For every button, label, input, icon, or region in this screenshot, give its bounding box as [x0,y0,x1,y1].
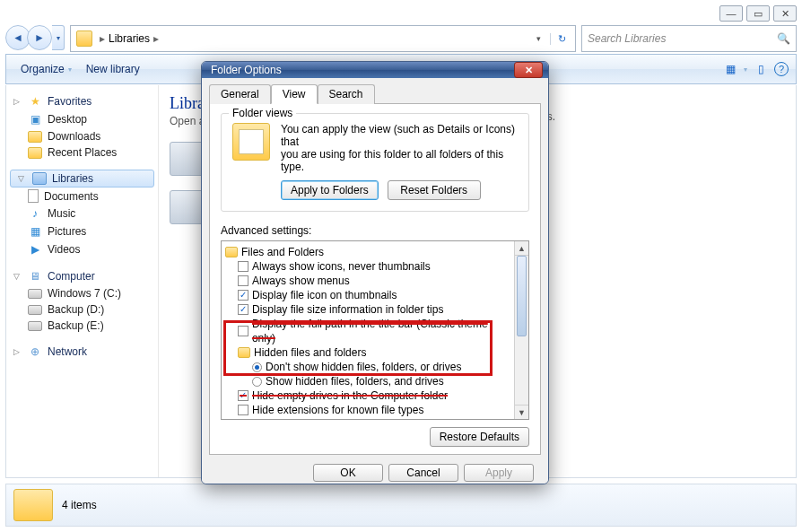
reset-folders-button[interactable]: Reset Folders [388,180,481,200]
tab-search[interactable]: Search [318,84,375,104]
radio-show-hidden[interactable]: Show hidden files, folders, and drives [225,374,512,388]
search-icon[interactable]: 🔍 [777,32,790,45]
option-hide-empty-drives[interactable]: ✓Hide empty drives in the Computer folde… [225,388,512,403]
sidebar-computer[interactable]: ▽ 🖥 Computer [6,267,158,285]
chevron-icon: ▽ [18,174,27,183]
chevron-down-icon: ▾ [68,65,72,74]
sidebar-item-drive-e[interactable]: Backup (E:) [6,318,158,334]
sidebar-item-documents[interactable]: Documents [6,188,158,205]
location-icon [76,31,92,47]
new-library-button[interactable]: New library [79,61,147,77]
checkbox[interactable] [238,261,248,272]
organize-menu[interactable]: Organize ▾ [13,61,79,77]
radio[interactable] [252,377,262,387]
pictures-icon: ▦ [28,224,42,239]
ok-button[interactable]: OK [313,464,383,482]
checkbox-checked[interactable]: ✓ [238,390,248,401]
breadcrumb-sep[interactable]: ▸ [150,32,162,45]
option-show-icons[interactable]: Always show icons, never thumbnails [225,259,512,274]
desktop-icon: ▣ [28,112,42,126]
sidebar-item-downloads[interactable]: Downloads [6,128,158,144]
refresh-button[interactable]: ↻ [550,33,573,45]
dialog-close-button[interactable]: ✕ [514,62,543,78]
advanced-settings-tree[interactable]: Files and Folders Always show icons, nev… [221,240,529,420]
chevron-icon: ▷ [13,347,22,356]
chevron-icon: ▽ [13,272,22,281]
sidebar-item-pictures[interactable]: ▦Pictures [6,222,158,240]
option-full-path-titlebar[interactable]: Display the full path in the title bar (… [225,317,512,345]
group-label: Folder views [229,107,296,119]
sidebar-item-drive-d[interactable]: Backup (D:) [6,301,158,318]
radio-selected[interactable] [252,362,262,372]
option-hide-extensions[interactable]: Hide extensions for known file types [225,403,512,417]
apply-button[interactable]: Apply [464,464,534,482]
star-icon: ★ [28,94,42,109]
dialog-titlebar[interactable]: Folder Options ✕ [202,62,548,78]
sidebar-libraries[interactable]: ▽ Libraries [10,170,154,188]
document-icon [28,189,39,203]
option-show-menus[interactable]: Always show menus [225,274,512,288]
preview-pane-button[interactable]: ▯ [753,61,769,77]
sidebar-label: Network [48,345,87,358]
chevron-icon: ▷ [13,97,22,106]
sidebar-favorites[interactable]: ▷ ★ Favorites [6,92,158,110]
cancel-button[interactable]: Cancel [388,464,458,482]
sidebar-item-desktop[interactable]: ▣Desktop [6,110,158,128]
sidebar-item-videos[interactable]: ▶Videos [6,240,158,258]
hidden-files-group: Hidden files and folders [225,345,512,360]
minimize-button[interactable]: — [719,5,743,22]
checkbox[interactable] [238,326,248,336]
sidebar-label: Computer [48,270,95,283]
window-controls: — ▭ ✕ [719,5,797,22]
breadcrumb-item[interactable]: Libraries [109,32,150,45]
breadcrumb-sep: ▸ [96,32,109,45]
nav-sidebar: ▷ ★ Favorites ▣Desktop Downloads Recent … [6,85,159,477]
forward-button[interactable]: ► [27,25,52,50]
folder-icon [28,147,42,159]
option-file-size-tips[interactable]: ✓Display file size information in folder… [225,302,512,317]
chevron-down-icon[interactable]: ▾ [744,65,747,74]
search-placeholder: Search Libraries [588,32,666,45]
address-bar[interactable]: ▸ Libraries ▸ ▾ ↻ [70,25,576,52]
status-bar: 4 items [5,484,797,527]
sidebar-network[interactable]: ▷ ⊕ Network [6,343,158,361]
scrollbar[interactable]: ▲ ▼ [514,241,528,419]
checkbox-checked[interactable]: ✓ [238,304,248,315]
checkbox[interactable] [238,405,248,415]
sidebar-item-drive-c[interactable]: Windows 7 (C:) [6,285,158,301]
search-input[interactable]: Search Libraries 🔍 [581,25,797,52]
close-window-button[interactable]: ✕ [773,5,797,22]
sidebar-item-recent[interactable]: Recent Places [6,144,158,161]
status-icon [13,489,53,521]
videos-icon: ▶ [28,242,42,257]
folder-options-dialog: Folder Options ✕ General View Search Fol… [201,61,549,484]
scroll-thumb[interactable] [517,256,527,336]
checkbox[interactable] [238,275,248,286]
address-dropdown[interactable]: ▾ [531,34,546,43]
computer-icon: 🖥 [28,269,42,283]
restore-defaults-button[interactable]: Restore Defaults [430,427,529,447]
sidebar-item-music[interactable]: ♪Music [6,205,158,222]
option-file-icon-thumbnails[interactable]: ✓Display file icon on thumbnails [225,288,512,302]
sidebar-label: Libraries [52,172,93,185]
change-view-button[interactable]: ▦ [722,61,738,77]
drive-icon [28,321,42,331]
apply-to-folders-button[interactable]: Apply to Folders [281,180,379,200]
libraries-icon [32,172,47,185]
folder-views-text: you are using for this folder to all fol… [281,148,518,173]
tab-view[interactable]: View [271,84,318,104]
help-button[interactable]: ? [774,62,789,76]
checkbox-checked[interactable]: ✓ [238,290,248,301]
scroll-down-button[interactable]: ▼ [515,405,528,419]
advanced-settings-label: Advanced settings: [221,224,529,237]
nav-history-dropdown[interactable]: ▾ [52,25,65,50]
status-text: 4 items [62,499,97,511]
dialog-footer: OK Cancel Apply [209,455,541,484]
tab-general[interactable]: General [209,84,271,104]
radio-dont-show-hidden[interactable]: Don't show hidden files, folders, or dri… [225,360,512,374]
nav-bar: ◄ ► ▾ ▸ Libraries ▸ ▾ ↻ Search Libraries… [5,25,797,52]
option-hide-protected-os-files[interactable]: ✓Hide protected operating system files (… [225,417,512,419]
folder-icon [225,247,238,257]
maximize-button[interactable]: ▭ [746,5,770,22]
scroll-up-button[interactable]: ▲ [515,241,528,256]
